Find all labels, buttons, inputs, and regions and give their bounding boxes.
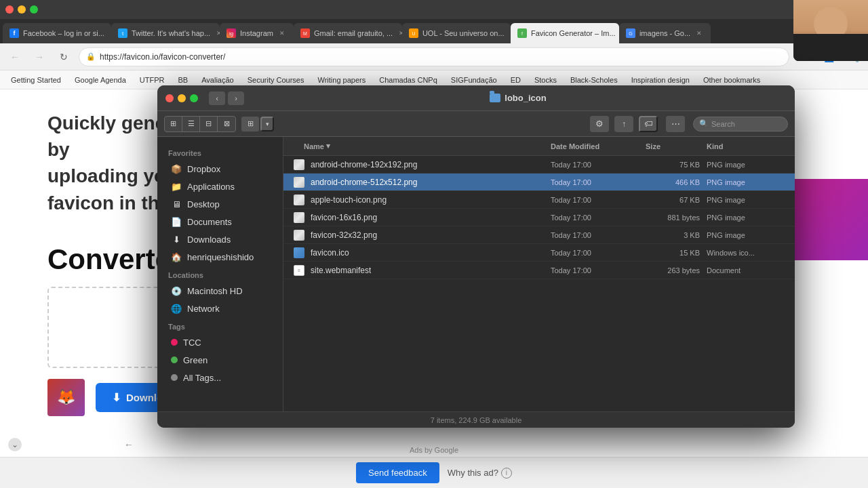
finder-status-bar: 7 items, 224.9 GB available	[157, 411, 795, 428]
view-gallery-button[interactable]: ⊠	[218, 117, 235, 131]
sidebar-item-downloads[interactable]: ⬇ Downloads	[160, 230, 280, 248]
minimize-window-button[interactable]	[18, 5, 26, 14]
view-list-button[interactable]: ☰	[182, 117, 200, 131]
tab-instagram[interactable]: ig Instagram ✕	[220, 23, 294, 43]
column-header-kind[interactable]: Kind	[707, 142, 788, 150]
share-button[interactable]: ↑	[614, 116, 633, 132]
browser-chrome: f Facebook – log in or si... ✕ t Twitter…	[0, 0, 868, 89]
sidebar-tag-tcc[interactable]: TCC	[160, 333, 280, 351]
tab-uol[interactable]: U UOL - Seu universo on... ✕	[402, 23, 511, 43]
file-row-android-192[interactable]: android-chrome-192x192.png Today 17:00 7…	[283, 156, 795, 174]
sidebar-tags-label: Tags	[157, 317, 283, 333]
bookmark-stocks[interactable]: Stocks	[529, 75, 562, 85]
favicon-gen-tab-icon: f	[517, 28, 527, 38]
bookmark-chamadas[interactable]: Chamadas CNPq	[374, 75, 443, 85]
column-header-name[interactable]: Name ▾	[290, 142, 551, 150]
sidebar-tag-green[interactable]: Green	[160, 351, 280, 369]
file-date: Today 17:00	[551, 161, 646, 169]
bookmark-inspiration[interactable]: Inspiration design	[626, 75, 695, 85]
file-icon-png	[293, 211, 305, 224]
view-column-button[interactable]: ⊟	[200, 117, 218, 131]
finder-titlebar: ‹ › lobo_icon	[157, 85, 795, 111]
tab-twitter[interactable]: t Twitter. It's what's hap... ✕	[111, 23, 220, 43]
tab-twitter-close[interactable]: ✕	[214, 28, 220, 38]
bookmark-utfpr[interactable]: UTFPR	[134, 75, 170, 85]
file-row-apple-touch[interactable]: apple-touch-icon.png Today 17:00 67 KB P…	[283, 191, 795, 209]
bookmark-ed[interactable]: ED	[505, 75, 526, 85]
bookmark-black-scholes-label: Black-Scholes	[570, 76, 618, 84]
bookmark-other[interactable]: Other bookmarks	[698, 75, 766, 85]
sidebar-network-label: Network	[187, 304, 220, 314]
more-actions-button[interactable]: ⋯	[666, 116, 685, 132]
search-text: Search	[711, 120, 735, 128]
send-feedback-button[interactable]: Send feedback	[356, 462, 439, 483]
bookmark-security-courses[interactable]: Security Courses	[242, 75, 310, 85]
file-kind: PNG image	[707, 231, 788, 239]
file-row-favicon-32[interactable]: favicon-32x32.png Today 17:00 3 KB PNG i…	[283, 226, 795, 244]
finder-back-button[interactable]: ‹	[209, 92, 225, 105]
sidebar-item-documents[interactable]: 📄 Documents	[160, 213, 280, 230]
bookmark-writing-papers[interactable]: Writing papers	[312, 75, 371, 85]
finder-folder-icon	[490, 94, 500, 102]
view-dropdown-button[interactable]: ▾	[260, 117, 274, 131]
tab-images-close[interactable]: ✕	[694, 28, 704, 38]
tag-button[interactable]: 🏷	[639, 116, 658, 132]
file-row-favicon-16[interactable]: favicon-16x16.png Today 17:00 881 bytes …	[283, 209, 795, 226]
info-icon: i	[501, 468, 512, 479]
file-icon-png	[293, 229, 305, 241]
finder-close-button[interactable]	[165, 94, 174, 102]
sidebar-item-applications[interactable]: 📁 Applications	[160, 178, 280, 195]
tab-gmail[interactable]: M Gmail: email gratuito, ... ✕	[294, 23, 402, 43]
tab-instagram-label: Instagram	[240, 29, 273, 37]
finder-search-box[interactable]: 🔍 Search	[693, 117, 788, 131]
sidebar-item-home[interactable]: 🏠 henriqueshishido	[160, 248, 280, 266]
maximize-window-button[interactable]	[30, 5, 38, 14]
sidebar-item-macintosh[interactable]: 💿 Macintosh HD	[160, 282, 280, 300]
bookmark-bb[interactable]: BB	[173, 75, 194, 85]
sidebar-all-tags-label: All Tags...	[183, 373, 221, 383]
finder-maximize-button[interactable]	[190, 94, 198, 102]
macintosh-icon: 💿	[171, 285, 182, 296]
bookmark-avaliacao[interactable]: Avaliação	[196, 75, 239, 85]
bookmark-black-scholes[interactable]: Black-Scholes	[565, 75, 623, 85]
tab-instagram-close[interactable]: ✕	[277, 28, 287, 38]
bookmark-bb-label: BB	[178, 76, 189, 84]
security-icon: 🔒	[86, 52, 96, 61]
file-size: 3 KB	[646, 231, 707, 239]
refresh-button[interactable]: ↻	[54, 47, 73, 66]
back-button[interactable]: ←	[5, 47, 24, 66]
file-row-android-512[interactable]: android-chrome-512x512.png Today 17:00 4…	[283, 174, 795, 191]
file-size: 67 KB	[646, 196, 707, 204]
close-window-button[interactable]	[5, 5, 14, 14]
bookmark-writing-papers-label: Writing papers	[317, 76, 366, 84]
sidebar-item-network[interactable]: 🌐 Network	[160, 300, 280, 317]
action-button[interactable]: ⚙	[590, 116, 609, 132]
bookmark-sigfundacao-label: SIGFundação	[451, 76, 497, 84]
file-row-favicon-ico[interactable]: favicon.ico Today 17:00 15 KB Windows ic…	[283, 244, 795, 262]
tab-favicon-generator[interactable]: f Favicon Generator – Im... ✕	[511, 23, 619, 43]
bookmark-sigfundacao[interactable]: SIGFundação	[446, 75, 502, 85]
tab-facebook[interactable]: f Facebook – log in or si... ✕	[3, 23, 111, 43]
sidebar-tag-all[interactable]: All Tags...	[160, 369, 280, 386]
tab-gmail-close[interactable]: ✕	[397, 28, 402, 38]
file-row-webmanifest[interactable]: ≡ site.webmanifest Today 17:00 263 bytes…	[283, 262, 795, 279]
view-more-button[interactable]: ⊞	[241, 117, 259, 131]
file-size: 263 bytes	[646, 266, 707, 274]
file-name-cell: android-chrome-512x512.png	[290, 176, 551, 188]
finder-forward-button[interactable]: ›	[228, 92, 244, 105]
page-back-button[interactable]: ←	[122, 438, 136, 451]
view-icon-button[interactable]: ⊞	[165, 117, 182, 131]
bookmark-google-agenda[interactable]: Google Agenda	[69, 75, 132, 85]
finder-minimize-button[interactable]	[178, 94, 186, 102]
column-header-date[interactable]: Date Modified	[551, 142, 646, 150]
scroll-down-button[interactable]: ⌄	[8, 438, 22, 451]
column-header-size[interactable]: Size	[646, 142, 707, 150]
address-bar[interactable]: 🔒 https://favicon.io/favicon-converter/	[79, 47, 789, 66]
file-icon-png	[293, 194, 305, 206]
sidebar-item-dropbox[interactable]: 📦 Dropbox	[160, 160, 280, 178]
bookmark-getting-started[interactable]: Getting Started	[5, 75, 66, 85]
tab-images[interactable]: G imagens - Go... ✕	[619, 23, 711, 43]
why-this-ad-link[interactable]: Why this ad? i	[448, 468, 512, 479]
sidebar-item-desktop[interactable]: 🖥 Desktop	[160, 195, 280, 213]
forward-button[interactable]: →	[30, 47, 49, 66]
